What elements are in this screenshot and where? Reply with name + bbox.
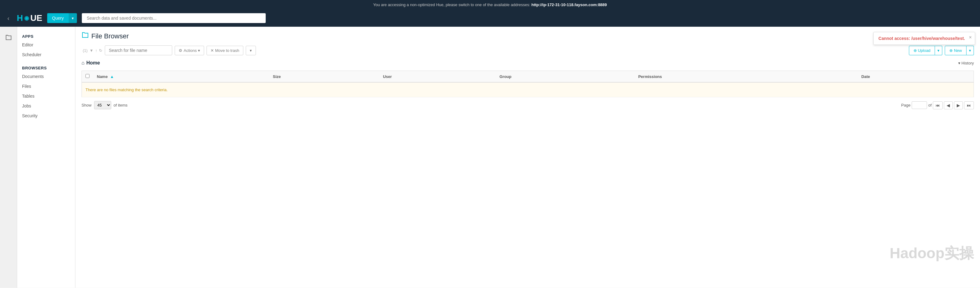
- page-of-label: of: [928, 103, 932, 107]
- next-page-button[interactable]: ▶: [954, 101, 963, 109]
- error-notification: Cannot access: /user/hive/warehouse/test…: [873, 32, 975, 45]
- sidebar-item-documents[interactable]: Documents: [17, 72, 75, 82]
- query-dropdown-button[interactable]: ▾: [68, 13, 77, 23]
- sidebar-item-tables[interactable]: Tables: [17, 91, 75, 101]
- refresh-icon[interactable]: ↻: [99, 48, 102, 53]
- main-layout: Apps Editor Scheduler Browsers Documents…: [0, 27, 980, 288]
- file-browser-icon: [81, 32, 89, 40]
- actions-button[interactable]: ⚙ Actions ▾: [175, 46, 204, 55]
- header: ‹ H◉UE Query ▾: [0, 10, 980, 27]
- browsers-section-label: Browsers: [17, 63, 75, 72]
- select-all-checkbox[interactable]: [86, 74, 89, 78]
- sort-asc-icon: ↑: [95, 48, 97, 53]
- sidebar-item-jobs[interactable]: Jobs: [17, 101, 75, 111]
- notification-text: You are accessing a non-optimized Hue, p…: [373, 2, 530, 7]
- home-breadcrumb[interactable]: ⌂ Home: [81, 60, 100, 66]
- trash-icon: ✕: [210, 48, 214, 53]
- col-date[interactable]: Date: [858, 71, 974, 83]
- more-options-button[interactable]: ▾: [246, 46, 256, 55]
- col-name-label: Name: [97, 74, 108, 79]
- toolbar: (1) ▼ ↑ ↻ ⚙ Actions ▾ ✕ Move to trash ▾ …: [81, 45, 974, 55]
- move-to-trash-button[interactable]: ✕ Move to trash: [207, 46, 243, 55]
- query-button[interactable]: Query: [47, 13, 68, 23]
- hue-logo: H◉UE: [17, 13, 42, 23]
- table-body: There are no files matching the search c…: [82, 82, 974, 97]
- table-header: Name ▲ Size User Group Permissions Date: [82, 71, 974, 83]
- error-close-button[interactable]: ×: [969, 35, 972, 40]
- page-nav-group: Page of ⏮ ◀ ▶ ⏭: [901, 101, 974, 109]
- new-label: New: [954, 48, 962, 53]
- logo-ue: UE: [30, 13, 42, 23]
- file-search-input[interactable]: [105, 45, 172, 55]
- home-icon: ⌂: [81, 60, 84, 66]
- watermark: Hadoop实操: [889, 243, 974, 263]
- col-name-sort-arrow: ▲: [110, 74, 114, 79]
- first-page-button[interactable]: ⏮: [933, 101, 943, 109]
- history-button[interactable]: ▾ History: [958, 61, 974, 66]
- col-group[interactable]: Group: [496, 71, 635, 83]
- path-bar: ⌂ Home ▾ History: [81, 60, 974, 66]
- page-label: Page: [901, 103, 910, 107]
- error-message: Cannot access: /user/hive/warehouse/test…: [878, 36, 965, 41]
- new-button[interactable]: ⊕ New: [945, 46, 967, 55]
- history-dropdown-icon: ▾: [958, 61, 960, 66]
- content-area: File Browser (1) ▼ ↑ ↻ ⚙ Actions ▾ ✕ Mov…: [75, 27, 980, 288]
- filter-icons: (1) ▼ ↑ ↻: [83, 48, 102, 53]
- global-search-input[interactable]: [82, 13, 266, 23]
- icon-sidebar: [0, 27, 17, 288]
- prev-page-button[interactable]: ◀: [944, 101, 953, 109]
- page-number-input[interactable]: [912, 101, 927, 109]
- query-group: Query ▾: [47, 13, 77, 23]
- empty-message-row: There are no files matching the search c…: [82, 82, 974, 97]
- move-to-trash-label: Move to trash: [215, 48, 239, 53]
- last-page-button[interactable]: ⏭: [964, 101, 974, 109]
- history-label: History: [962, 61, 974, 66]
- actions-label: Actions: [183, 48, 197, 53]
- page-size-select[interactable]: 45 25 100: [94, 101, 111, 109]
- pagination-bar: Show 45 25 100 of items Page of ⏮ ◀ ▶ ⏭: [81, 97, 974, 110]
- show-label: Show: [81, 103, 92, 107]
- col-size[interactable]: Size: [269, 71, 379, 83]
- upload-dropdown-button[interactable]: ▾: [935, 46, 942, 55]
- show-items-group: Show 45 25 100 of items: [81, 101, 127, 109]
- file-table: Name ▲ Size User Group Permissions Date …: [81, 70, 974, 97]
- page-title-bar: File Browser: [81, 32, 974, 40]
- new-icon: ⊕: [949, 48, 954, 53]
- upload-button[interactable]: ⊕ Upload: [909, 46, 935, 55]
- page-title: File Browser: [91, 32, 129, 40]
- new-dropdown-button[interactable]: ▾: [967, 46, 974, 55]
- new-group: ⊕ New ▾: [945, 46, 974, 55]
- sidebar-item-security[interactable]: Security: [17, 111, 75, 121]
- col-name[interactable]: Name ▲: [93, 71, 269, 83]
- logo-dot: ◉: [24, 15, 29, 21]
- filter-icon: ▼: [89, 48, 94, 53]
- actions-dropdown-icon: ▾: [198, 48, 200, 53]
- col-permissions[interactable]: Permissions: [635, 71, 858, 83]
- upload-icon: ⊕: [913, 48, 918, 53]
- logo-h: H: [17, 13, 23, 23]
- sidebar: Apps Editor Scheduler Browsers Documents…: [17, 27, 75, 288]
- of-items-label: of items: [114, 103, 128, 107]
- upload-group: ⊕ Upload ▾: [909, 46, 943, 55]
- home-label: Home: [86, 60, 100, 66]
- table-header-row: Name ▲ Size User Group Permissions Date: [82, 71, 974, 83]
- back-button[interactable]: ‹: [5, 13, 12, 23]
- empty-message-cell: There are no files matching the search c…: [82, 82, 974, 97]
- apps-section-label: Apps: [17, 32, 75, 40]
- sidebar-icon-files[interactable]: [2, 32, 15, 44]
- filter-count: (1): [83, 48, 88, 53]
- sidebar-item-files[interactable]: Files: [17, 82, 75, 91]
- notification-bar: You are accessing a non-optimized Hue, p…: [0, 0, 980, 10]
- select-all-checkbox-header[interactable]: [82, 71, 94, 83]
- col-user[interactable]: User: [379, 71, 496, 83]
- upload-label: Upload: [918, 48, 931, 53]
- gear-icon: ⚙: [179, 48, 182, 53]
- sidebar-item-editor[interactable]: Editor: [17, 40, 75, 50]
- notification-link[interactable]: http://ip-172-31-10-118.fayson.com:8889: [531, 2, 607, 7]
- sidebar-item-scheduler[interactable]: Scheduler: [17, 50, 75, 59]
